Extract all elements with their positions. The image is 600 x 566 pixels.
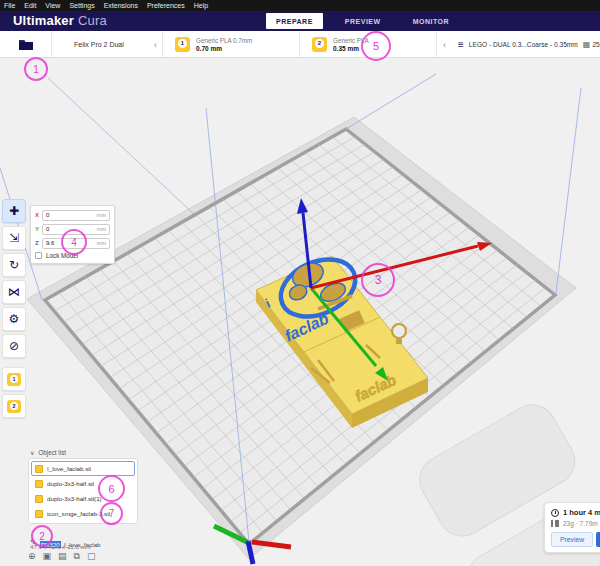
object-list-header[interactable]: ∨ Object list	[30, 449, 66, 456]
extruder-1-number: 1	[178, 39, 187, 48]
extruder-1-icon: 1	[175, 37, 190, 52]
rotate-icon: ↻	[9, 258, 19, 272]
annotation-circle-4: 4	[61, 229, 87, 255]
scale-icon: ⇲	[9, 231, 19, 245]
move-tool-button[interactable]: ✚	[2, 199, 26, 223]
support-blocker-button[interactable]: ⊘	[2, 334, 26, 358]
rotate-tool-button[interactable]: ↻	[2, 253, 26, 277]
infill-value: 25	[592, 41, 599, 48]
annotation-circle-2: 2	[31, 525, 53, 547]
group-icon[interactable]: ▢	[87, 551, 96, 562]
object-name: duplo-3x3-half.stl	[47, 480, 94, 487]
mirror-tool-button[interactable]: ⋈	[2, 280, 26, 304]
brand-light: Cura	[78, 13, 107, 28]
preview-button[interactable]: Preview	[551, 532, 593, 547]
y-unit-label: mm	[97, 226, 106, 232]
move-icon: ✚	[9, 204, 19, 218]
menu-view[interactable]: View	[45, 0, 60, 11]
x-axis-label: X	[35, 212, 42, 218]
config-collapse-button[interactable]: ‹	[437, 31, 452, 58]
extruder-1-config[interactable]: 1 Generic PLA 0.7mm 0.70 mm	[163, 31, 300, 58]
per-model-settings-icon: ⚙	[9, 312, 20, 326]
printer-collapse-icon[interactable]: ‹	[154, 40, 157, 50]
model-action-icons: ⊕ ▣ ▤ ⧉ ▢	[28, 551, 96, 562]
object-list-title: Object list	[38, 449, 66, 456]
menu-preferences[interactable]: Preferences	[147, 0, 185, 11]
folder-icon	[18, 38, 34, 51]
x-position-value: 0	[46, 212, 97, 218]
extruder-2-icon: 2	[312, 37, 327, 52]
annotation-circle-6: 6	[98, 475, 125, 502]
extruder-1-badge-number: 1	[10, 375, 18, 383]
chevron-down-icon: ∨	[30, 449, 34, 456]
extruder-1-select-button[interactable]: 1	[2, 367, 26, 391]
annotation-circle-5: 5	[361, 31, 391, 61]
config-collapse-icon: ‹	[443, 40, 446, 50]
stage-tabs: PREPARE PREVIEW MONITOR	[266, 13, 459, 29]
os-menu-bar: File Edit View Settings Extensions Prefe…	[0, 0, 600, 11]
model-cube-icon	[35, 465, 43, 473]
extruder-1-nozzle: 0.70 mm	[196, 45, 252, 52]
printer-selector[interactable]: Felix Pro 2 Dual ‹	[52, 31, 163, 58]
app-header: Ultimaker Cura PREPARE PREVIEW MONITOR	[0, 11, 600, 31]
menu-extensions[interactable]: Extensions	[104, 0, 138, 11]
scale-tool-button[interactable]: ⇲	[2, 226, 26, 250]
brand-bold: Ultimaker	[13, 13, 74, 28]
printer-name: Felix Pro 2 Dual	[74, 41, 124, 48]
lock-model-checkbox[interactable]	[35, 252, 42, 259]
object-list-item[interactable]: I_love_faclab.stl	[31, 461, 135, 476]
mirror-icon: ⋈	[8, 285, 20, 299]
tab-preview[interactable]: PREVIEW	[335, 13, 391, 29]
layers-icon: ≡	[458, 39, 464, 50]
extruder-1-badge-icon: 1	[7, 373, 21, 386]
clock-icon	[551, 509, 559, 517]
menu-settings[interactable]: Settings	[69, 0, 94, 11]
tab-prepare[interactable]: PREPARE	[266, 13, 323, 29]
delete-icon[interactable]: ▣	[43, 551, 52, 562]
extruder-2-number: 2	[315, 39, 324, 48]
config-toolbar: Felix Pro 2 Dual ‹ 1 Generic PLA 0.7mm 0…	[0, 31, 600, 58]
object-name: I_love_faclab.stl	[47, 465, 91, 472]
model-cube-icon	[35, 495, 43, 503]
x-unit-label: mm	[97, 212, 106, 218]
annotation-circle-3: 3	[361, 263, 395, 297]
menu-file[interactable]: File	[4, 0, 15, 11]
z-unit-label: mm	[97, 240, 106, 246]
per-model-settings-button[interactable]: ⚙	[2, 307, 26, 331]
object-name: duplo-3x3-half.stl(1)	[47, 495, 102, 502]
app-logo: Ultimaker Cura	[13, 13, 107, 28]
tab-monitor[interactable]: MONITOR	[403, 13, 459, 29]
material-usage: 23g · 7.79m	[563, 520, 598, 527]
menu-help[interactable]: Help	[194, 0, 208, 11]
annotation-circle-1: 1	[24, 57, 48, 81]
extruder-2-badge-number: 2	[10, 402, 18, 410]
y-axis-label: Y	[35, 226, 42, 232]
extruder-2-badge-icon: 2	[7, 400, 21, 413]
print-settings-selector[interactable]: ≡ LEGO - DUAL 0.3...Coarse - 0.35mm ▦ 25	[452, 31, 600, 58]
model-cube-icon	[35, 480, 43, 488]
model-cube-icon	[35, 510, 43, 518]
tool-panel: ✚ ⇲ ↻ ⋈ ⚙ ⊘ 1 2	[2, 199, 27, 418]
multiply-icon[interactable]: ▤	[58, 551, 67, 562]
annotation-circle-7: 7	[100, 502, 123, 525]
profile-name: LEGO - DUAL 0.3...Coarse - 0.35mm	[469, 41, 578, 48]
copy-icon[interactable]: ⧉	[74, 551, 80, 562]
open-file-button[interactable]	[0, 31, 52, 58]
extruder-1-material: Generic PLA 0.7mm	[196, 37, 252, 44]
annotation-callout-line	[48, 78, 195, 215]
x-position-input[interactable]: 0 mm	[42, 210, 110, 221]
slice-button[interactable]	[596, 532, 600, 547]
filament-icon	[551, 520, 559, 527]
support-blocker-icon: ⊘	[9, 339, 19, 353]
infill-icon: ▦	[583, 40, 591, 49]
extruder-2-select-button[interactable]: 2	[2, 394, 26, 418]
print-summary-card: 1 hour 4 min 23g · 7.79m Preview	[544, 502, 600, 553]
menu-edit[interactable]: Edit	[24, 0, 36, 11]
print-time: 1 hour 4 min	[563, 508, 600, 517]
arrange-icon[interactable]: ⊕	[28, 551, 36, 562]
z-axis-label: Z	[35, 240, 42, 246]
